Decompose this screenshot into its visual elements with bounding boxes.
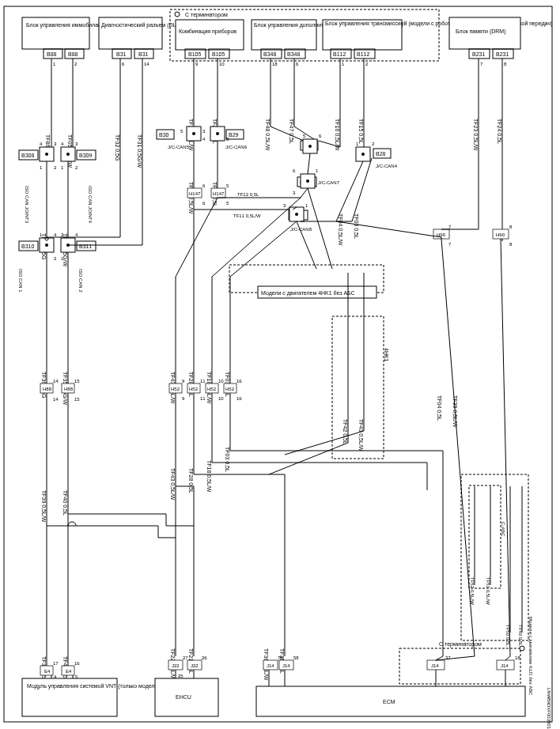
svg-text:TF15 0,5L: TF15 0,5L (358, 119, 364, 144)
svg-text:TF39 0,5L/W: TF39 0,5L/W (41, 490, 47, 523)
svg-text:H52: H52 (171, 387, 180, 391)
svg-text:B31: B31 (116, 51, 127, 57)
svg-text:TF31 0,5G/W: TF31 0,5G/W (137, 134, 142, 168)
svg-text:B112: B112 (333, 51, 346, 57)
svg-text:15: 15 (74, 379, 80, 383)
svg-text:Комбинация приборов: Комбинация приборов (179, 28, 236, 35)
svg-text:TF11 0,5L/W: TF11 0,5L/W (233, 213, 261, 218)
svg-text:Модели с двигателем 4JJ1 без А: Модели с двигателем 4JJ1 без АБС (528, 617, 533, 696)
svg-point-54 (66, 153, 70, 156)
svg-text:B88: B88 (68, 51, 78, 57)
svg-text:B348: B348 (263, 51, 276, 57)
svg-text:J14: J14 (282, 663, 290, 668)
svg-text:TF18 0,5L/W: TF18 0,5L/W (206, 460, 212, 493)
svg-text:H52: H52 (207, 387, 217, 391)
svg-text:B29: B29 (229, 132, 239, 138)
svg-point-52 (45, 153, 48, 156)
svg-point-184 (295, 213, 298, 216)
svg-text:ISO CAN JOINT3: ISO CAN JOINT3 (25, 186, 29, 224)
svg-text:J/C-CAN6: J/C-CAN6 (225, 145, 248, 149)
svg-text:TF42 0,5L: TF42 0,5L (342, 419, 348, 444)
svg-text:4HK1: 4HK1 (384, 348, 389, 362)
svg-text:ISO CAN 1: ISO CAN 1 (18, 269, 23, 293)
svg-point-163 (361, 153, 365, 156)
svg-text:ISO CAN 2: ISO CAN 2 (78, 269, 83, 293)
svg-text:58: 58 (293, 655, 299, 660)
svg-text:78: 78 (278, 655, 283, 660)
svg-point-126 (192, 132, 195, 135)
svg-rect-0 (4, 6, 552, 722)
svg-text:TF47 0,5L: TF47 0,5L (289, 119, 294, 144)
svg-text:С-АБС: С-АБС (501, 522, 505, 537)
svg-text:ISO CAN JOINT4: ISO CAN JOINT4 (88, 186, 93, 224)
svg-text:TF40 0,5L: TF40 0,5L (62, 490, 68, 516)
svg-text:16: 16 (236, 396, 242, 401)
svg-text:26: 26 (202, 655, 207, 660)
svg-text:EHCU: EHCU (176, 694, 191, 700)
svg-point-174 (306, 179, 309, 183)
svg-text:Модели с двигателем 4HK1 без А: Модели с двигателем 4HK1 без АБС (261, 290, 355, 297)
svg-text:15: 15 (74, 397, 80, 402)
svg-point-128 (216, 132, 219, 135)
svg-text:Блок памяти (DRM): Блок памяти (DRM) (456, 28, 506, 35)
svg-text:17: 17 (53, 661, 59, 666)
bottom-terminator-label: С терминатором (439, 641, 482, 648)
svg-text:B310: B310 (21, 244, 34, 249)
svg-text:B105: B105 (188, 51, 201, 57)
svg-rect-17 (176, 20, 244, 50)
svg-text:H147: H147 (189, 191, 201, 196)
svg-text:TF50 0,5L: TF50 0,5L (505, 625, 510, 647)
svg-text:H88: H88 (43, 387, 52, 391)
svg-text:TF03 0,5L: TF03 0,5L (225, 447, 230, 472)
svg-text:J14: J14 (431, 663, 439, 668)
svg-point-4 (520, 646, 524, 651)
svg-text:B348: B348 (287, 51, 300, 57)
svg-text:J/C-CAN4: J/C-CAN4 (376, 164, 398, 168)
svg-text:B105: B105 (212, 51, 225, 57)
svg-text:TF48 0,5L/W: TF48 0,5L/W (265, 119, 271, 151)
svg-text:TF12 0,5L: TF12 0,5L (237, 192, 259, 197)
svg-text:H52: H52 (189, 387, 199, 391)
svg-text:E4: E4 (66, 669, 72, 674)
svg-text:TF03 0,5L: TF03 0,5L (354, 213, 359, 239)
svg-point-74 (45, 244, 48, 247)
svg-text:B231: B231 (472, 51, 485, 57)
svg-text:B309: B309 (79, 153, 92, 158)
svg-text:J22: J22 (172, 663, 180, 668)
svg-text:B88: B88 (47, 51, 57, 57)
svg-text:27: 27 (183, 655, 188, 660)
svg-text:TF51 0,5L/W: TF51 0,5L/W (486, 577, 490, 605)
svg-text:E4: E4 (44, 669, 51, 674)
svg-text:18: 18 (272, 62, 278, 66)
svg-text:J/C-CAN5: J/C-CAN5 (168, 145, 190, 149)
top-terminator-label: С терминатором (185, 12, 228, 18)
svg-text:J/C-CAN8: J/C-CAN8 (290, 227, 312, 232)
svg-text:TF43 0,5L/W: TF43 0,5L/W (358, 419, 364, 451)
svg-text:TF28 0,5L: TF28 0,5L (188, 468, 194, 493)
svg-text:10: 10 (218, 379, 224, 383)
svg-text:10: 10 (219, 62, 225, 66)
svg-text:Диагностический разъем (DLC): Диагностический разъем (DLC) (101, 22, 182, 28)
svg-text:B28: B28 (376, 151, 386, 157)
svg-text:14: 14 (53, 379, 59, 383)
svg-text:H90: H90 (496, 232, 505, 237)
module-ecm: ECM (256, 686, 525, 716)
svg-text:14: 14 (144, 62, 149, 66)
svg-text:25: 25 (178, 674, 184, 678)
svg-text:11: 11 (200, 379, 206, 383)
svg-text:J14: J14 (501, 663, 509, 668)
svg-text:14: 14 (53, 397, 59, 402)
svg-text:B308: B308 (21, 153, 34, 158)
svg-point-161 (308, 145, 312, 148)
svg-text:TF04 0,5L: TF04 0,5L (437, 395, 442, 421)
module-ehcu: EHCU (155, 678, 218, 716)
svg-text:TF24 0,5L: TF24 0,5L (497, 119, 502, 144)
svg-text:TF52 0,5L/W: TF52 0,5L/W (470, 577, 475, 605)
svg-text:TF32 0,5G: TF32 0,5G (115, 134, 120, 161)
svg-text:TF49 0,5L: TF49 0,5L (518, 625, 523, 647)
svg-text:B31: B31 (138, 51, 149, 57)
svg-text:J14: J14 (267, 663, 274, 668)
svg-text:H147: H147 (213, 191, 225, 196)
svg-text:10: 10 (218, 396, 224, 401)
svg-text:TF11 0,5L/W: TF11 0,5L/W (188, 182, 194, 214)
